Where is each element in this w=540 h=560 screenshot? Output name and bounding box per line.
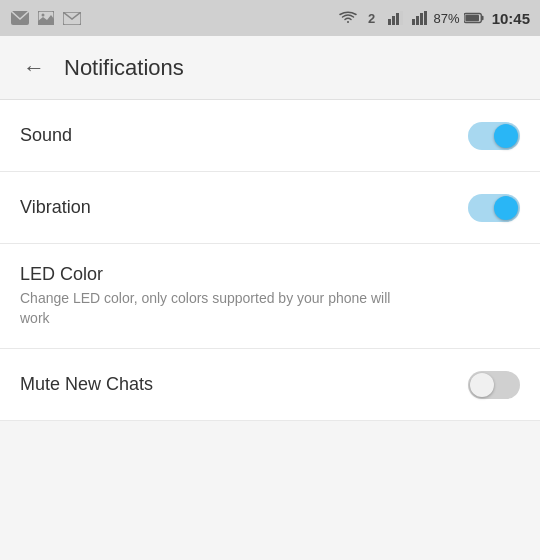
page-title: Notifications	[64, 55, 184, 81]
back-button[interactable]: ←	[16, 50, 52, 86]
svg-rect-8	[412, 19, 415, 25]
svg-rect-6	[396, 13, 399, 25]
svg-rect-13	[481, 16, 483, 21]
mute-new-chats-toggle[interactable]	[468, 371, 520, 399]
svg-rect-7	[400, 11, 403, 25]
status-time: 10:45	[492, 10, 530, 27]
sound-setting-row: Sound	[0, 100, 540, 172]
sound-toggle[interactable]	[468, 122, 520, 150]
signal-icon-2	[410, 10, 430, 26]
vibration-setting-row: Vibration	[0, 172, 540, 244]
status-bar-left-icons	[10, 10, 82, 26]
sim-icon: 2	[362, 10, 382, 26]
vibration-toggle[interactable]	[468, 194, 520, 222]
mute-new-chats-label: Mute New Chats	[20, 374, 153, 395]
svg-rect-5	[392, 16, 395, 25]
mute-new-chats-toggle-knob	[470, 373, 494, 397]
svg-rect-4	[388, 19, 391, 25]
sound-label: Sound	[20, 125, 72, 146]
svg-rect-14	[465, 15, 479, 21]
signal-icon-1	[386, 10, 406, 26]
led-color-setting-row[interactable]: LED Color Change LED color, only colors …	[0, 244, 540, 349]
battery-icon	[464, 10, 484, 26]
email-icon	[62, 10, 82, 26]
status-bar: 2 87% 10:45	[0, 0, 540, 36]
svg-rect-11	[424, 11, 427, 25]
image-icon	[36, 10, 56, 26]
battery-percent: 87%	[434, 11, 460, 26]
back-arrow-icon: ←	[23, 55, 45, 81]
settings-list: Sound Vibration LED Color Change LED col…	[0, 100, 540, 421]
wifi-icon	[338, 10, 358, 26]
vibration-toggle-knob	[494, 196, 518, 220]
gmail-icon	[10, 10, 30, 26]
svg-point-2	[42, 14, 45, 17]
svg-rect-10	[420, 13, 423, 25]
app-bar: ← Notifications	[0, 36, 540, 100]
led-color-label: LED Color	[20, 264, 504, 285]
mute-new-chats-setting-row: Mute New Chats	[0, 349, 540, 421]
sound-toggle-knob	[494, 124, 518, 148]
svg-rect-9	[416, 16, 419, 25]
vibration-label: Vibration	[20, 197, 91, 218]
status-bar-right-icons: 2 87% 10:45	[338, 10, 530, 27]
led-color-description: Change LED color, only colors supported …	[20, 289, 400, 328]
led-color-text-block: LED Color Change LED color, only colors …	[20, 264, 520, 328]
